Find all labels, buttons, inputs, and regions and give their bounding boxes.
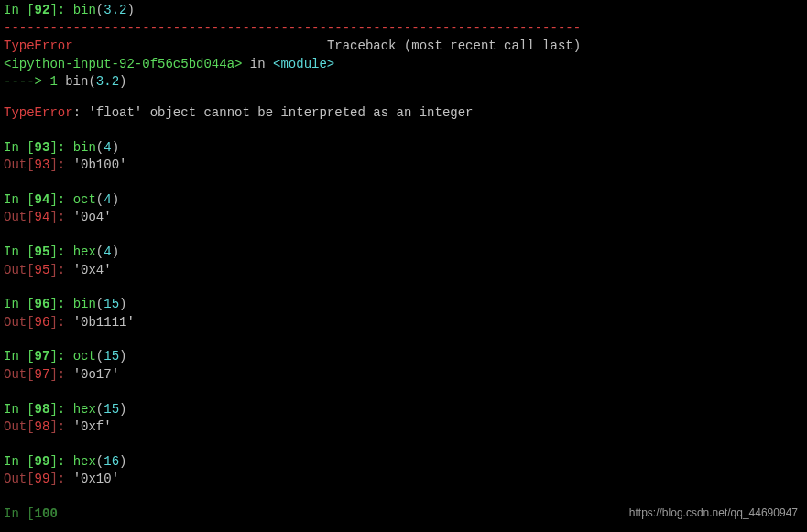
input-line: In [99]: hex(16) [4,453,803,472]
cell-97: In [97]: oct(15) Out[97]: '0o17' [4,348,803,384]
output-line: Out[95]: '0x4' [4,262,803,280]
error-source: <ipython-input-92-0f56c5bd044a> in <modu… [4,56,803,74]
error-separator: ----------------------------------------… [4,20,803,38]
output-line: Out[98]: '0xf' [4,418,803,437]
input-line: In [96]: bin(15) [4,296,803,314]
terminal-output: In [92]: bin(3.2) ----------------------… [4,0,803,523]
input-line: In [98]: hex(15) [4,401,803,419]
output-line: Out[93]: '0b100' [4,157,803,175]
error-arrow-line: ----> 1 bin(3.2) [4,73,803,92]
cell-98: In [98]: hex(15) Out[98]: '0xf' [4,401,803,437]
output-line: Out[97]: '0o17' [4,366,803,385]
output-line: Out[94]: '0o4' [4,209,803,227]
input-line: In [93]: bin(4) [4,139,803,157]
input-line-92: In [92]: bin(3.2) [4,2,803,20]
output-line: Out[99]: '0x10' [4,471,803,489]
input-line: In [97]: oct(15) [4,348,803,366]
input-line: In [94]: oct(4) [4,191,803,210]
watermark: https://blog.csdn.net/qq_44690947 [629,505,798,521]
cell-94: In [94]: oct(4) Out[94]: '0o4' [4,191,803,227]
input-line: In [95]: hex(4) [4,244,803,262]
error-header: TypeError Traceback (most recent call la… [4,38,803,56]
cell-93: In [93]: bin(4) Out[93]: '0b100' [4,139,803,175]
output-line: Out[96]: '0b1111' [4,314,803,332]
error-message: TypeError: 'float' object cannot be inte… [4,104,803,123]
cell-96: In [96]: bin(15) Out[96]: '0b1111' [4,296,803,331]
cell-99: In [99]: hex(16) Out[99]: '0x10' [4,453,803,489]
cell-95: In [95]: hex(4) Out[95]: '0x4' [4,244,803,279]
